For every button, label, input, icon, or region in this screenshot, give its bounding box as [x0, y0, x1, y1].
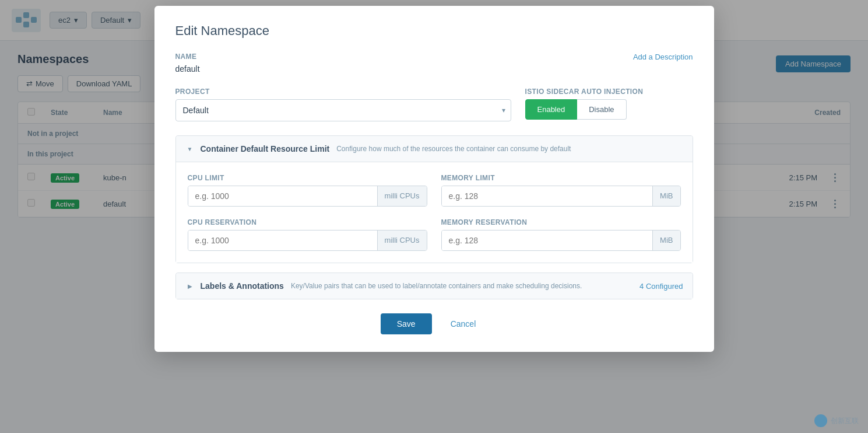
- watermark-text: 创新互联: [831, 416, 859, 426]
- cpu-limit-field: CPU Limit milli CPUs: [188, 174, 427, 207]
- project-label: Project: [175, 88, 511, 96]
- cpu-reservation-label: CPU Reservation: [188, 218, 427, 226]
- add-description-link[interactable]: Add a Description: [633, 53, 693, 61]
- memory-limit-input-wrapper: MiB: [441, 186, 681, 207]
- container-section-title: Container Default Resource Limit: [201, 144, 330, 153]
- cpu-limit-input[interactable]: [188, 186, 377, 206]
- cpu-limit-input-wrapper: milli CPUs: [188, 186, 427, 207]
- memory-reservation-input-wrapper: MiB: [441, 230, 681, 251]
- name-row: Name default Add a Description: [175, 53, 693, 74]
- collapse-arrow-icon: ▼: [185, 144, 195, 153]
- istio-disable-button[interactable]: Disable: [577, 99, 626, 120]
- labels-section-subtitle: Key/Value pairs that can be used to labe…: [291, 282, 582, 290]
- collapse-arrow-icon2: ▶: [185, 281, 195, 291]
- limit-row: CPU Limit milli CPUs Memory Limit MiB: [188, 174, 681, 207]
- modal-overlay: Edit Namespace Name default Add a Descri…: [0, 0, 868, 433]
- istio-toggle-group: Enabled Disable: [525, 99, 693, 120]
- edit-namespace-modal: Edit Namespace Name default Add a Descri…: [154, 6, 714, 352]
- project-select-wrapper: Default System Local ▾: [175, 99, 511, 121]
- project-istio-row: Project Default System Local ▾ Istio sid…: [175, 88, 693, 121]
- cpu-reservation-suffix: milli CPUs: [377, 231, 427, 250]
- memory-reservation-suffix: MiB: [652, 231, 680, 250]
- name-label: Name: [175, 53, 200, 61]
- container-resource-header[interactable]: ▼ Container Default Resource Limit Confi…: [176, 136, 693, 162]
- istio-enabled-button[interactable]: Enabled: [525, 99, 578, 120]
- labels-configured-badge: 4 Configured: [639, 282, 683, 291]
- name-value: default: [175, 64, 200, 74]
- cpu-reservation-input-wrapper: milli CPUs: [188, 230, 427, 251]
- labels-annotations-section: ▶ Labels & Annotations Key/Value pairs t…: [175, 273, 693, 299]
- istio-field: Istio sidecar auto injection Enabled Dis…: [525, 88, 693, 121]
- reservation-row: CPU Reservation milli CPUs Memory Reserv…: [188, 218, 681, 251]
- save-button[interactable]: Save: [381, 313, 432, 334]
- memory-limit-suffix: MiB: [652, 186, 680, 206]
- cpu-limit-suffix: milli CPUs: [377, 186, 427, 206]
- cancel-button[interactable]: Cancel: [439, 313, 488, 334]
- watermark-logo: [814, 414, 827, 427]
- memory-limit-label: Memory Limit: [441, 174, 681, 182]
- labels-annotations-header[interactable]: ▶ Labels & Annotations Key/Value pairs t…: [176, 273, 693, 299]
- container-resource-section: ▼ Container Default Resource Limit Confi…: [175, 135, 693, 263]
- cpu-reservation-input[interactable]: [188, 231, 377, 250]
- modal-title: Edit Namespace: [175, 23, 693, 39]
- labels-section-title: Labels & Annotations: [201, 281, 284, 291]
- name-field: Name default: [175, 53, 200, 74]
- project-field: Project Default System Local ▾: [175, 88, 511, 121]
- cpu-limit-label: CPU Limit: [188, 174, 427, 182]
- modal-actions: Save Cancel: [175, 313, 693, 334]
- istio-label: Istio sidecar auto injection: [525, 88, 693, 96]
- memory-limit-field: Memory Limit MiB: [441, 174, 681, 207]
- memory-reservation-label: Memory Reservation: [441, 218, 681, 226]
- container-section-subtitle: Configure how much of the resources the …: [336, 145, 571, 153]
- memory-reservation-input[interactable]: [442, 231, 653, 250]
- memory-reservation-field: Memory Reservation MiB: [441, 218, 681, 251]
- container-resource-body: CPU Limit milli CPUs Memory Limit MiB: [176, 162, 693, 263]
- cpu-reservation-field: CPU Reservation milli CPUs: [188, 218, 427, 251]
- watermark: 创新互联: [814, 414, 859, 427]
- project-select[interactable]: Default System Local: [175, 99, 511, 121]
- memory-limit-input[interactable]: [442, 186, 653, 206]
